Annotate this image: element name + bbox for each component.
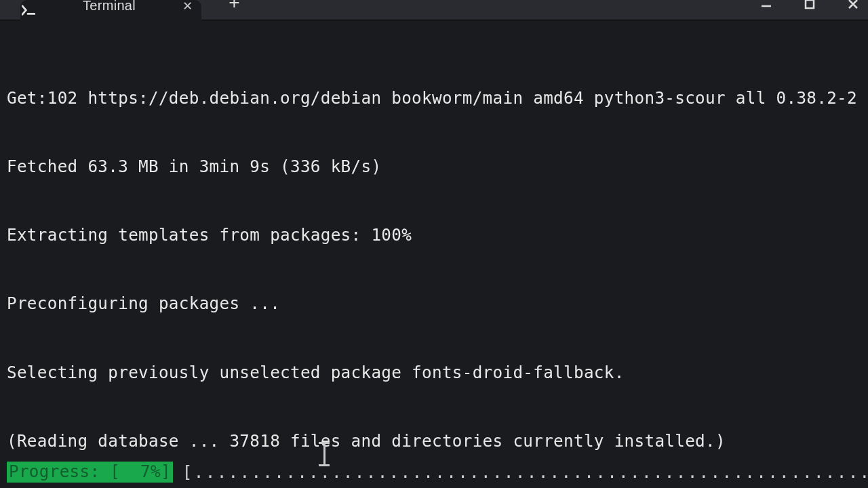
titlebar: Terminal ✕ + [0,0,868,20]
terminal-icon [22,3,35,17]
tab-terminal[interactable]: Terminal ✕ [20,0,201,20]
close-window-button[interactable] [845,0,861,12]
output-line: Get:102 https://deb.debian.org/debian bo… [7,87,861,110]
progress-row: Progress: [ 7%] [.......................… [7,462,861,483]
progress-bar: [.......................................… [182,462,868,482]
output-line: Selecting previously unselected package … [7,361,861,384]
output-line: Fetched 63.3 MB in 3min 9s (336 kB/s) [7,155,861,178]
output-line: (Reading database ... 37818 files and di… [7,430,861,453]
maximize-button[interactable] [802,0,818,12]
minimize-button[interactable] [758,0,774,12]
svg-rect-2 [806,0,814,8]
tab-title: Terminal [83,0,136,14]
output-line: Preconfiguring packages ... [7,292,861,315]
new-tab-button[interactable]: + [229,0,239,14]
close-tab-icon[interactable]: ✕ [183,0,192,14]
output-line: Extracting templates from packages: 100% [7,224,861,247]
progress-label: Progress: [ 7%] [7,462,173,483]
window-controls [758,0,861,12]
terminal-output[interactable]: Get:102 https://deb.debian.org/debian bo… [0,20,868,488]
